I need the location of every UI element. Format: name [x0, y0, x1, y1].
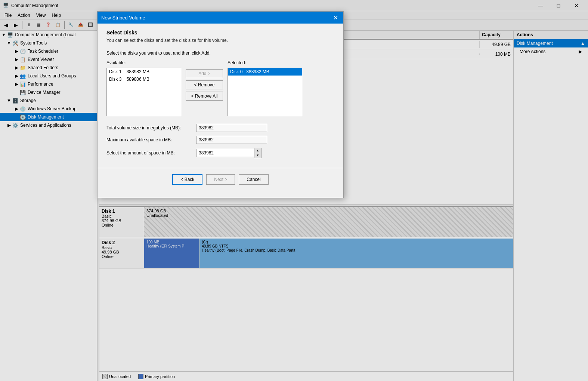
form-row-select-space: Select the amount of space in MB: ▲ ▼ [106, 148, 334, 158]
available-label: Available: [106, 60, 181, 65]
modal-footer: < Back Next > Cancel [98, 168, 343, 191]
available-disk-item-1[interactable]: Disk 3 589806 MB [107, 76, 181, 83]
next-button[interactable]: Next > [206, 174, 235, 185]
modal-section-title: Select Disks [106, 30, 334, 36]
form-spinner-select-space: ▲ ▼ [196, 148, 261, 158]
cancel-button[interactable]: Cancel [239, 174, 268, 185]
back-button[interactable]: < Back [172, 174, 202, 185]
form-label-total-size: Total volume size in megabytes (MB): [106, 125, 196, 130]
modal-overlay: New Striped Volume ✕ Select Disks You ca… [0, 0, 588, 381]
space-input[interactable] [196, 149, 254, 157]
modal-description: You can select the disks and set the dis… [106, 38, 334, 43]
add-button[interactable]: Add > [186, 69, 223, 78]
form-label-select-space: Select the amount of space in MB: [106, 150, 196, 156]
spinner-up-button[interactable]: ▲ [254, 148, 261, 153]
form-row-max-space: Maximum available space in MB: 383982 [106, 136, 334, 144]
selected-disk-item-0[interactable]: Disk 0 383982 MB [228, 68, 302, 76]
remove-all-button[interactable]: < Remove All [186, 92, 223, 101]
available-disk-list[interactable]: Disk 1 383982 MB Disk 3 589806 MB [106, 68, 181, 116]
form-label-max-space: Maximum available space in MB: [106, 137, 196, 142]
spinner-down-button[interactable]: ▼ [254, 153, 261, 158]
selected-label: Selected: [228, 60, 298, 65]
main-layout: ▼ 🖥️ Computer Management (Local ▼ 🛠️ Sys… [0, 31, 588, 381]
modal-body: Select Disks You can select the disks an… [98, 24, 343, 168]
selected-disk-list[interactable]: Disk 0 383982 MB [228, 68, 302, 116]
form-row-total-size: Total volume size in megabytes (MB): 383… [106, 124, 334, 132]
available-disks-container: Available: Disk 1 383982 MB Disk 3 58980… [106, 60, 181, 116]
modal-title: New Striped Volume [101, 15, 145, 21]
modal-close-button[interactable]: ✕ [331, 13, 340, 22]
modal-new-striped-volume: New Striped Volume ✕ Select Disks You ca… [97, 11, 344, 198]
available-disk-item-0[interactable]: Disk 1 383982 MB [107, 68, 181, 76]
form-value-max-space: 383982 [196, 136, 267, 144]
remove-button[interactable]: < Remove [186, 80, 223, 89]
modal-title-bar: New Striped Volume ✕ [98, 12, 343, 24]
form-value-total-size: 383982 [196, 124, 267, 132]
disk-action-buttons: Add > < Remove < Remove All [186, 60, 223, 101]
modal-instruction: Select the disks you want to use, and th… [106, 50, 334, 56]
selected-disks-container: Selected: Disk 0 383982 MB [228, 60, 298, 116]
disk-select-area: Available: Disk 1 383982 MB Disk 3 58980… [106, 60, 334, 116]
spinner-buttons: ▲ ▼ [254, 148, 261, 158]
